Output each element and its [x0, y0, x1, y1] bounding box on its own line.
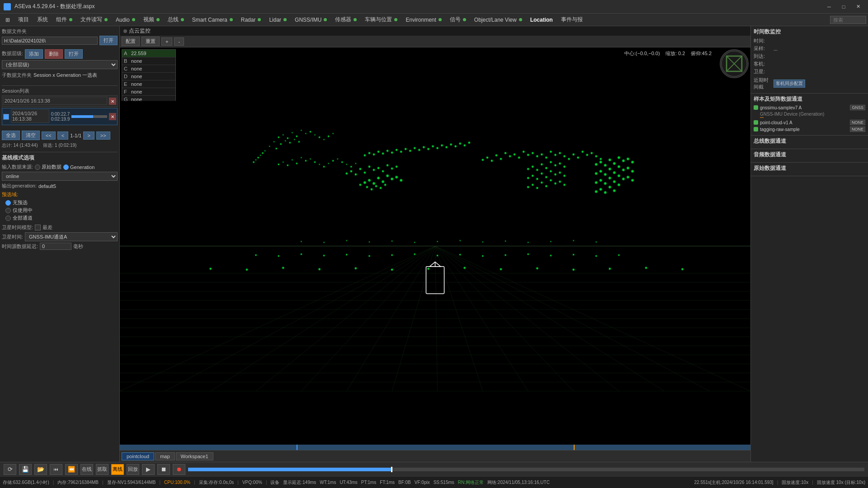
delete-level-button[interactable]: 删除: [45, 49, 63, 59]
seek-area[interactable]: [120, 445, 750, 450]
menu-system[interactable]: 系统: [33, 14, 52, 25]
menu-location[interactable]: Location: [527, 14, 557, 25]
svg-point-212: [609, 186, 611, 188]
maximize-button[interactable]: □: [837, 2, 850, 11]
menu-project[interactable]: 项目: [14, 14, 33, 25]
seek-bar[interactable]: [120, 445, 750, 450]
menu-search[interactable]: [830, 16, 866, 24]
svg-point-98: [459, 143, 461, 145]
minimize-button[interactable]: ─: [823, 2, 835, 11]
satellite-time-select[interactable]: GNSS-IMU通道A: [25, 232, 118, 241]
online-button[interactable]: 在线: [80, 464, 93, 475]
svg-point-127: [384, 184, 386, 186]
stop-button[interactable]: ⏹: [157, 464, 170, 475]
only-use-radio[interactable]: 仅使用中: [5, 207, 118, 214]
menu-smartcam[interactable]: Smart Camera: [189, 14, 236, 25]
extract-button[interactable]: 抓取: [96, 464, 108, 475]
playback-button[interactable]: 回放: [127, 464, 139, 475]
clear-button[interactable]: 清空: [22, 131, 40, 140]
time-offset-input[interactable]: [40, 243, 71, 250]
nav-prev-button[interactable]: <: [57, 131, 68, 140]
menu-component[interactable]: 组件: [52, 14, 76, 25]
add-level-button[interactable]: 添加: [25, 49, 43, 59]
prev-small-button[interactable]: ⏮: [50, 464, 62, 475]
online-select[interactable]: online: [2, 172, 118, 181]
svg-point-258: [645, 267, 647, 269]
satellite-model-checkbox[interactable]: [35, 225, 41, 230]
session-item-1[interactable]: 2024/10/26 16:13:38 ✕: [2, 95, 118, 107]
status-playback-speed: 固放速度:10x: [782, 479, 808, 486]
toolbar-toggle[interactable]: ⊞: [2, 14, 14, 25]
generation-radio[interactable]: Generation: [63, 164, 94, 170]
tab-workspace[interactable]: Workspace1: [176, 452, 213, 460]
svg-point-76: [355, 163, 356, 164]
menu-lidar[interactable]: Lidar: [265, 14, 290, 25]
svg-point-144: [554, 154, 556, 156]
record-button[interactable]: ⏺: [173, 464, 185, 475]
status-capture: 采集:存存:0.0s,0s: [199, 479, 234, 486]
svg-point-47: [310, 131, 311, 132]
svg-point-36: [296, 136, 297, 137]
no-preselect-radio[interactable]: 无预选: [5, 199, 118, 206]
svg-point-123: [366, 186, 368, 188]
svg-point-110: [387, 164, 388, 166]
playback-timeline[interactable]: [188, 468, 864, 471]
menu-video[interactable]: 视频: [140, 14, 163, 25]
open-level-button[interactable]: 打开: [65, 49, 83, 59]
svg-point-221: [437, 241, 438, 242]
zoom-in-button[interactable]: +: [161, 38, 172, 46]
back-button[interactable]: ⏪: [65, 464, 78, 475]
svg-point-225: [528, 242, 528, 243]
menu-vehicle[interactable]: 车辆与位置: [361, 14, 401, 25]
reset-button[interactable]: 重置: [142, 37, 160, 46]
select-all-button[interactable]: 全选: [2, 131, 20, 140]
nav-next-button[interactable]: >: [83, 131, 94, 140]
svg-point-167: [541, 173, 542, 174]
svg-point-151: [586, 154, 588, 156]
svg-point-193: [604, 173, 606, 175]
session-item-2[interactable]: 2024/10/26 16:13:38 0:00:22.7 0:02:19.9 …: [2, 108, 118, 125]
svg-point-219: [392, 240, 392, 241]
nav-first-button[interactable]: <<: [42, 131, 56, 140]
close-button[interactable]: ✕: [852, 2, 864, 11]
open-folder-button[interactable]: 打开: [99, 36, 118, 45]
no-preselect-dot: [5, 200, 11, 206]
status-pt: PT:1ms: [361, 480, 376, 485]
sync-config-button[interactable]: 客机同步配置: [774, 80, 805, 88]
menu-gnss[interactable]: GNSS/IMU: [291, 14, 330, 25]
nav-last-button[interactable]: >>: [96, 131, 110, 140]
menu-bus[interactable]: 总线: [164, 14, 188, 25]
session-2-checkbox[interactable]: [3, 114, 9, 120]
session-1-delete[interactable]: ✕: [109, 98, 116, 105]
file-path-input[interactable]: [2, 37, 98, 45]
menu-event[interactable]: 事件与报: [557, 14, 586, 25]
to-label: 到达:: [754, 53, 772, 60]
menu-environment[interactable]: Environment: [402, 14, 445, 25]
save-button[interactable]: 💾: [19, 464, 32, 475]
menu-sensor[interactable]: 传感器: [331, 14, 360, 25]
seek-marker: [297, 445, 297, 450]
baseline-button[interactable]: 离线: [111, 464, 124, 475]
svg-point-249: [319, 268, 321, 270]
menu-audio[interactable]: Audio: [112, 14, 139, 25]
svg-point-186: [613, 162, 615, 164]
all-channels-radio[interactable]: 全部通道: [5, 215, 118, 221]
menu-objectlane[interactable]: Object/Lane View: [471, 14, 526, 25]
svg-point-115: [373, 182, 375, 184]
zoom-out-button[interactable]: -: [174, 38, 184, 46]
level-select[interactable]: (全部层级): [2, 60, 118, 69]
menu-radar[interactable]: Radar: [237, 14, 265, 25]
raw-data-radio[interactable]: 原始数据: [35, 164, 61, 170]
pointcloud-view[interactable]: 中心:(−0.0,−0.0) 缩放: 0.2 俯仰:45.2: [120, 47, 750, 445]
tab-map[interactable]: map: [155, 452, 175, 460]
open-file-button[interactable]: 📂: [34, 464, 47, 475]
loop-check-button[interactable]: ⟳: [4, 464, 16, 475]
channel-tag-name: tagging-raw-sample: [760, 127, 848, 132]
tab-pointcloud[interactable]: pointcloud: [122, 452, 154, 460]
session-2-delete[interactable]: ✕: [109, 113, 116, 120]
play-button[interactable]: ▶: [142, 464, 155, 475]
sample-value: ...: [774, 46, 778, 52]
menu-signal[interactable]: 信号: [446, 14, 470, 25]
menu-file[interactable]: 文件读写: [77, 14, 111, 25]
config-button[interactable]: 配置: [122, 37, 140, 46]
